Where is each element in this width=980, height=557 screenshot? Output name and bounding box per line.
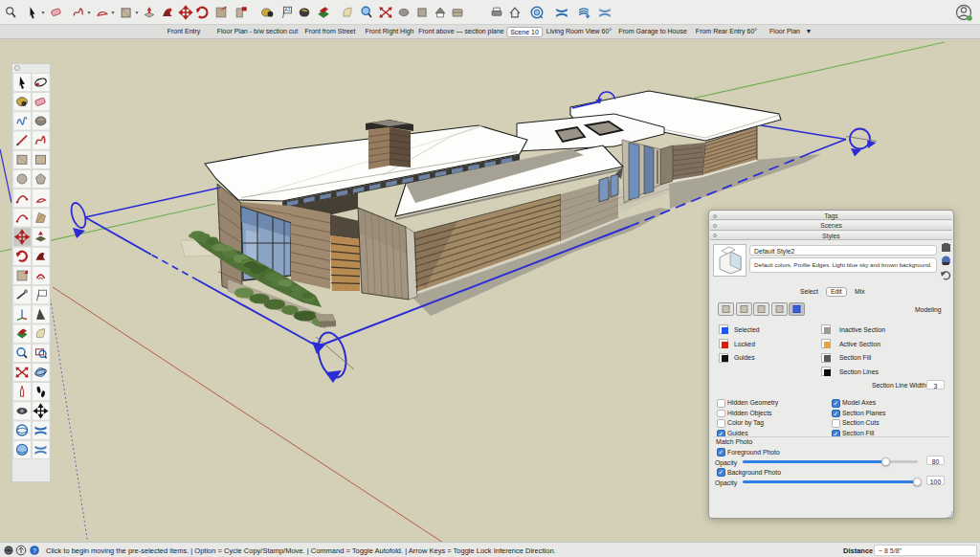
- svg-text:A1: A1: [284, 8, 290, 12]
- svg-text:?: ?: [33, 547, 36, 554]
